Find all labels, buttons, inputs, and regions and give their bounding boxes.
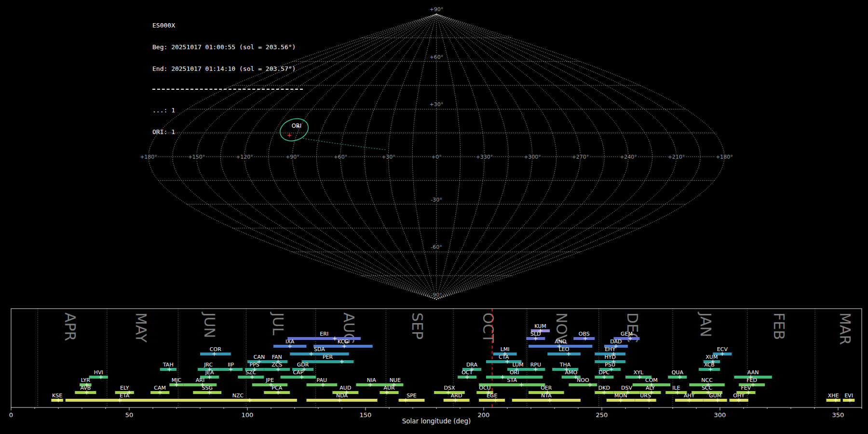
shower-label-qua: QUA bbox=[672, 369, 684, 376]
shower-label-nia: NIA bbox=[367, 377, 376, 383]
shower-label-dad: DAD bbox=[610, 339, 622, 345]
shower-label-eta: ETA bbox=[120, 393, 130, 399]
shower-bar-nzc bbox=[179, 399, 297, 402]
shower-bar-noo bbox=[569, 383, 597, 386]
shower-label-cta: CTA bbox=[499, 354, 509, 360]
lat-label: +90° bbox=[430, 6, 444, 13]
month-label: JUN bbox=[201, 312, 218, 338]
shower-label-pca: PCA bbox=[271, 385, 282, 391]
shower-bar-xhe bbox=[827, 399, 841, 402]
shower-label-gdr: GDR bbox=[297, 362, 309, 368]
shower-label-lyr: LYR bbox=[81, 377, 90, 383]
lon-label: +330° bbox=[476, 154, 493, 160]
month-label: MAR bbox=[837, 312, 854, 345]
meteor-plot-screen: ES000X Beg: 20251017 01:00:55 (sol = 203… bbox=[0, 0, 868, 434]
month-label: SEP bbox=[409, 312, 426, 339]
shower-label-oct: OCT bbox=[461, 369, 473, 376]
lon-label: +120° bbox=[236, 154, 253, 160]
shower-label-oer: OER bbox=[541, 385, 552, 391]
shower-label-aud: AUD bbox=[339, 385, 351, 391]
shower-label-avb: AVB bbox=[80, 385, 91, 391]
shower-label-jea: JEA bbox=[205, 369, 214, 376]
shower-label-ssg: SSG bbox=[202, 385, 213, 391]
month-label: JUL bbox=[270, 312, 286, 336]
shower-label-pps: PPS bbox=[250, 362, 259, 368]
lat-label: +60° bbox=[430, 54, 444, 60]
x-tick-label: 50 bbox=[125, 411, 134, 419]
shower-bar-per bbox=[302, 360, 354, 363]
lon-label: +0° bbox=[431, 154, 442, 160]
shower-bar-nta bbox=[512, 399, 581, 402]
shower-label-szc: SZC bbox=[245, 369, 257, 376]
shower-label-nda: NDA bbox=[336, 393, 348, 399]
shower-label-evi: EVI bbox=[844, 393, 853, 399]
shower-label-tha: THA bbox=[559, 362, 571, 368]
shower-label-aan: AAN bbox=[747, 369, 759, 376]
shower-label-ahy: AHY bbox=[684, 393, 695, 399]
shower-label-com: COM bbox=[645, 377, 658, 383]
shower-label-dkd: DKD bbox=[598, 385, 610, 391]
plot-canvas: +180°+150°+120°+90°+60°+30°+0°+330°+300°… bbox=[0, 0, 868, 434]
shower-label-ncc: NCC bbox=[701, 377, 713, 383]
shower-label-nzc: NZC bbox=[232, 393, 244, 399]
lon-label: +180° bbox=[140, 154, 157, 160]
shower-label-cam: CAM bbox=[154, 385, 166, 391]
count-sporadic: ...: 1 bbox=[152, 107, 303, 114]
shower-label-ile: ILE bbox=[672, 385, 680, 391]
shower-label-xcb: XCB bbox=[704, 362, 715, 368]
shower-label-ohy: OHY bbox=[733, 393, 745, 399]
shower-label-lmi: LMI bbox=[501, 346, 510, 353]
shower-label-tah: TAH bbox=[163, 362, 174, 368]
lat-label: +30° bbox=[430, 101, 444, 108]
shower-label-kcg: KCG bbox=[338, 339, 349, 345]
shower-label-gum: GUM bbox=[709, 393, 721, 399]
shower-label-xhe: XHE bbox=[828, 393, 839, 399]
shower-bar-aur bbox=[380, 391, 398, 394]
shower-label-ori: ORI bbox=[510, 369, 519, 376]
x-tick-label: 100 bbox=[242, 411, 254, 419]
shower-label-zcs: ZCS bbox=[271, 362, 282, 368]
shower-label-ard: ARD bbox=[451, 393, 462, 399]
shower-label-cap: CAP bbox=[293, 369, 303, 376]
shower-bar-spe bbox=[399, 399, 425, 402]
shower-label-hvi: HVI bbox=[94, 369, 103, 376]
shower-label-xyl: XYL bbox=[634, 369, 644, 376]
lon-label: +210° bbox=[668, 154, 685, 160]
meteor-trail bbox=[303, 138, 387, 150]
shower-label-dsv: DSV bbox=[621, 385, 632, 391]
shower-label-hyd: HYD bbox=[604, 354, 615, 360]
shower-label-nta: NTA bbox=[541, 393, 552, 399]
begin-time: Beg: 20251017 01:00:55 (sol = 203.56°) bbox=[152, 43, 303, 51]
shower-label-jrc: JRC bbox=[203, 362, 213, 368]
shower-bar-ssg bbox=[193, 391, 221, 394]
end-time: End: 20251017 01:14:10 (sol = 203.57°) bbox=[152, 65, 303, 72]
month-label: FEB bbox=[771, 312, 787, 340]
x-tick-label: 300 bbox=[714, 411, 726, 419]
month-label: OCT bbox=[480, 312, 497, 343]
lat-label: -90° bbox=[431, 292, 442, 298]
shower-label-dra: DRA bbox=[466, 362, 478, 368]
shower-label-spe: SPE bbox=[407, 393, 417, 399]
shower-label-mon: MON bbox=[614, 393, 627, 399]
shower-label-kse: KSE bbox=[52, 393, 62, 399]
shower-label-scc: SCC bbox=[702, 385, 713, 391]
lat-label: -60° bbox=[431, 244, 442, 250]
month-label: MAY bbox=[133, 312, 149, 343]
shower-label-iip: IIP bbox=[228, 362, 234, 368]
shower-label-rpu: RPU bbox=[530, 362, 541, 368]
shower-label-dsx: DSX bbox=[444, 385, 455, 391]
x-tick-label: 250 bbox=[596, 411, 608, 419]
shower-label-per: PER bbox=[323, 354, 333, 360]
shower-label-nue: NUE bbox=[390, 377, 401, 383]
shower-label-sld: SLD bbox=[530, 331, 541, 337]
shower-label-leo: LEO bbox=[559, 346, 570, 353]
lon-label: +300° bbox=[524, 154, 541, 160]
count-ori: ORI: 1 bbox=[152, 128, 303, 136]
shower-label-ege: EGE bbox=[487, 393, 497, 399]
shower-label-sda: SDA bbox=[314, 346, 325, 353]
lon-label: +180° bbox=[716, 154, 733, 160]
shower-bar-urs bbox=[635, 399, 656, 402]
shower-label-fev: FEV bbox=[741, 385, 751, 391]
shower-label-ocu: OCU bbox=[479, 385, 490, 391]
shower-label-aly: ALY bbox=[646, 385, 655, 391]
